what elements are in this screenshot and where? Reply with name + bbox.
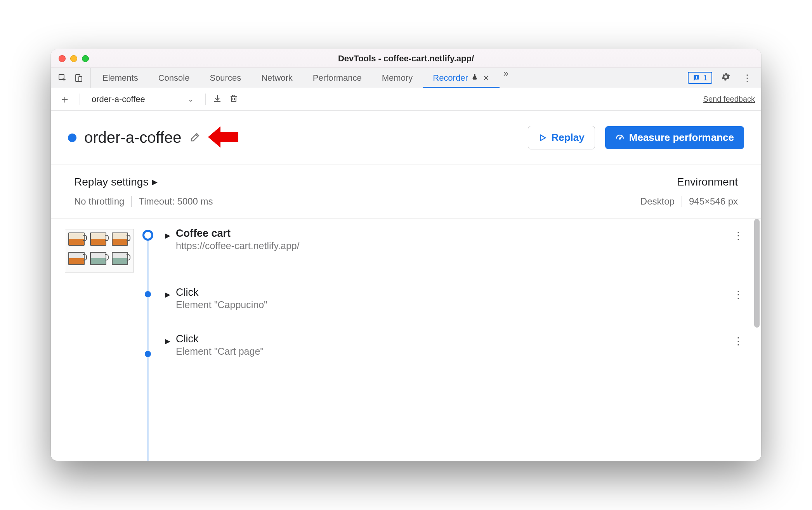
separator (80, 94, 80, 105)
separator (682, 196, 682, 207)
separator (205, 94, 206, 105)
measure-performance-label: Measure performance (629, 132, 734, 144)
replay-button[interactable]: Replay (528, 126, 595, 149)
window-close-button[interactable] (59, 55, 66, 62)
step-more-menu[interactable]: ⋮ (729, 227, 748, 244)
scrollbar-thumb[interactable] (754, 219, 760, 328)
throttling-value[interactable]: No throttling (74, 196, 124, 207)
timeline-node (142, 230, 153, 241)
recording-selector-label: order-a-coffee (92, 94, 145, 104)
svg-rect-2 (79, 76, 82, 82)
tab-label: Console (158, 73, 190, 83)
tab-label: Network (261, 73, 293, 83)
tab-memory[interactable]: Memory (372, 68, 423, 88)
step-thumbnail (65, 229, 134, 272)
titlebar: DevTools - coffee-cart.netlify.app/ (51, 49, 761, 68)
step-item: ▶ Click Element "Cappucino" ⋮ (162, 274, 750, 321)
tab-label: Sources (210, 73, 241, 83)
tab-performance[interactable]: Performance (303, 68, 372, 88)
tab-sources[interactable]: Sources (200, 68, 251, 88)
recording-title: order-a-coffee (84, 129, 182, 146)
svg-point-6 (619, 138, 620, 139)
environment-dimensions: 945×546 px (689, 196, 738, 207)
measure-performance-button[interactable]: Measure performance (605, 126, 744, 149)
tab-label: Elements (102, 73, 138, 83)
step-more-menu[interactable]: ⋮ (729, 333, 748, 350)
svg-rect-5 (231, 96, 236, 102)
recording-status-dot (68, 134, 76, 142)
step-subtitle: Element "Cappucino" (176, 299, 267, 311)
flask-icon (471, 73, 478, 82)
chevron-right-icon: ▶ (152, 178, 158, 186)
tab-label: Performance (313, 73, 362, 83)
edit-title-button[interactable] (189, 131, 201, 144)
tab-list: Elements Console Sources Network Perform… (91, 68, 688, 88)
chevron-down-icon: ⌄ (188, 95, 194, 104)
close-tab-icon[interactable]: ✕ (483, 73, 489, 83)
separator (131, 196, 132, 207)
step-title: Click (176, 333, 264, 345)
recording-header: order-a-coffee (51, 111, 761, 165)
svg-rect-3 (696, 76, 697, 78)
scrollbar[interactable] (754, 219, 760, 328)
step-expand-toggle[interactable]: ▶ Click Element "Cart page" (165, 333, 264, 357)
tab-elements[interactable]: Elements (92, 68, 148, 88)
steps-list: ▶ Coffee cart https://coffee-cart.netlif… (162, 227, 750, 367)
settings-bar: Replay settings ▶ No throttling Timeout:… (51, 165, 761, 219)
environment-device: Desktop (640, 196, 675, 207)
device-toolbar-icon[interactable] (74, 73, 83, 83)
recorder-toolbar: ＋ order-a-coffee ⌄ Send feedback (51, 88, 761, 111)
inspect-element-icon[interactable] (58, 73, 67, 83)
timeline (141, 227, 155, 390)
replay-settings-label: Replay settings (74, 176, 148, 188)
step-item: ▶ Click Element "Cart page" ⋮ (162, 321, 750, 367)
delete-button[interactable] (229, 94, 238, 105)
environment-label: Environment (677, 176, 738, 188)
svg-rect-4 (696, 78, 697, 79)
timeout-value[interactable]: Timeout: 5000 ms (139, 196, 213, 207)
more-menu-icon[interactable]: ⋮ (739, 73, 755, 83)
tab-console[interactable]: Console (148, 68, 200, 88)
issues-count: 1 (703, 73, 708, 82)
export-button[interactable] (213, 94, 222, 105)
step-title: Coffee cart (176, 227, 300, 239)
window-minimize-button[interactable] (70, 55, 77, 62)
settings-icon[interactable] (718, 72, 734, 84)
step-expand-toggle[interactable]: ▶ Click Element "Cappucino" (165, 286, 267, 311)
tab-label: Recorder (433, 73, 468, 83)
more-tabs-icon[interactable]: » (500, 68, 512, 88)
tab-network[interactable]: Network (251, 68, 303, 88)
issues-badge[interactable]: 1 (688, 72, 712, 84)
window-zoom-button[interactable] (82, 55, 89, 62)
step-title: Click (176, 286, 267, 298)
chevron-right-icon: ▶ (165, 290, 170, 299)
step-item: ▶ Coffee cart https://coffee-cart.netlif… (162, 227, 750, 274)
step-more-menu[interactable]: ⋮ (729, 286, 748, 303)
devtools-window: DevTools - coffee-cart.netlify.app/ (51, 49, 761, 461)
replay-settings-toggle[interactable]: Replay settings ▶ (74, 176, 213, 188)
window-title: DevTools - coffee-cart.netlify.app/ (51, 54, 761, 64)
step-subtitle: Element "Cart page" (176, 346, 264, 357)
timeline-node (145, 351, 151, 357)
step-subtitle: https://coffee-cart.netlify.app/ (176, 240, 300, 252)
replay-button-label: Replay (552, 132, 585, 144)
chevron-right-icon: ▶ (165, 337, 170, 345)
devtools-tab-bar: Elements Console Sources Network Perform… (51, 68, 761, 88)
step-expand-toggle[interactable]: ▶ Coffee cart https://coffee-cart.netlif… (165, 227, 300, 252)
send-feedback-link[interactable]: Send feedback (703, 95, 755, 104)
timeline-node (145, 291, 151, 297)
new-recording-button[interactable]: ＋ (57, 92, 73, 107)
chevron-right-icon: ▶ (165, 231, 170, 240)
tab-label: Memory (382, 73, 413, 83)
tab-recorder[interactable]: Recorder ✕ (423, 68, 499, 88)
steps-pane: ▶ Coffee cart https://coffee-cart.netlif… (51, 219, 761, 461)
annotation-arrow (208, 125, 238, 151)
environment-heading: Environment (677, 176, 738, 188)
recording-selector[interactable]: order-a-coffee ⌄ (87, 94, 198, 104)
